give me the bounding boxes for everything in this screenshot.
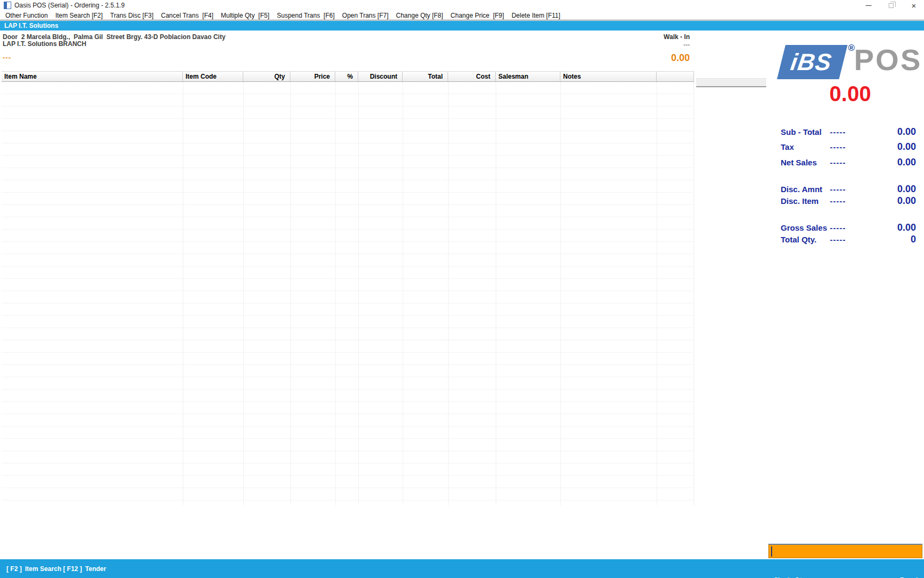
menu-item-cancel-trans-f4[interactable]: Cancel Trans [F4] — [161, 12, 213, 19]
shortcut-label: Tender — [85, 565, 106, 573]
totals-label: Gross Sales — [781, 223, 827, 232]
totals-value: 0.00 — [897, 222, 916, 233]
grid-line — [560, 82, 561, 505]
totals-dashes: ----- — [830, 158, 846, 167]
customer-sub: --- — [683, 41, 690, 49]
close-icon: × — [912, 2, 917, 10]
column-header--[interactable]: % — [335, 72, 358, 81]
totals-row-disc-item: Disc. Item-----0.00 — [781, 195, 916, 207]
totals-value: 0.00 — [897, 126, 916, 138]
order-table-header: Item NameItem CodeQtyPrice%DiscountTotal… — [2, 71, 694, 82]
totals-value: 0 — [911, 234, 916, 245]
grid-line — [183, 82, 183, 505]
totals-label: Net Sales — [781, 158, 817, 167]
grid-line — [448, 82, 449, 505]
minimize-icon — [866, 5, 872, 6]
totals-label: Disc. Item — [781, 196, 819, 206]
menu-item-delete-item-f11[interactable]: Delete Item [F11] — [512, 12, 560, 19]
minimize-button[interactable] — [860, 0, 877, 11]
title-bar: Oasis POS (Serial) - Ordering - 2.5.1.9 … — [0, 0, 924, 11]
text-cursor — [771, 546, 772, 557]
logo-ibs-text: iBS — [789, 49, 836, 75]
qty-mode-indicator[interactable]: Single Qty [ F5 ] — [774, 561, 805, 578]
ibs-pos-logo: iBS ® POS — [778, 45, 922, 80]
column-header-item-name[interactable]: Item Name — [2, 72, 183, 81]
customer-type: Walk - In — [664, 33, 690, 41]
column-header-notes[interactable]: Notes — [560, 72, 657, 81]
store-name: LAP I.T. Solutions — [4, 22, 58, 29]
totals-row-total-qty: Total Qty.-----0 — [781, 234, 916, 246]
totals-label: Total Qty. — [781, 235, 817, 244]
menu-item-multiple-qty-f5[interactable]: Multiple Qty [F5] — [221, 12, 270, 19]
menu-item-trans-disc-f3[interactable]: Trans Disc [F3] — [110, 12, 153, 19]
totals-label: Disc. Amnt — [781, 185, 822, 194]
totals-dashes: ----- — [830, 142, 846, 151]
shortcut-key: [ F2 ] — [6, 565, 22, 573]
transaction-total: 0.00 — [671, 52, 690, 64]
column-header-total[interactable]: Total — [403, 72, 448, 81]
grid-line — [335, 82, 336, 505]
panel-divider — [696, 78, 766, 87]
order-table-body[interactable] — [2, 82, 694, 505]
column-header-salesman[interactable]: Salesman — [496, 72, 560, 81]
grid-line — [403, 82, 403, 505]
totals-dashes: ----- — [830, 223, 846, 232]
menu-item-suspend-trans-f6[interactable]: Suspend Trans [F6] — [277, 12, 335, 19]
totals-dashes: ----- — [830, 185, 846, 194]
grid-line — [290, 82, 291, 505]
grid-line — [496, 82, 496, 505]
logo-parallelogram: iBS — [777, 45, 848, 79]
store-address-line2: LAP I.T. Solutions BRANCH — [3, 40, 86, 48]
menu-item-item-search-f2[interactable]: Item Search [F2] — [55, 12, 103, 19]
totals-panel: Sub - Total-----0.00Tax-----0.00Net Sale… — [781, 126, 916, 249]
window-title: Oasis POS (Serial) - Ordering - 2.5.1.9 — [14, 2, 125, 9]
totals-row-tax: Tax-----0.00 — [781, 141, 916, 153]
totals-row-disc-amnt: Disc. Amnt-----0.00 — [781, 184, 916, 195]
totals-row-net-sales: Net Sales-----0.00 — [781, 157, 916, 169]
column-header-blank[interactable] — [657, 72, 694, 81]
totals-dashes: ----- — [830, 127, 846, 136]
session-info: Rangie 08/16/2024 - 9:43:47 AM — [846, 561, 921, 578]
column-header-qty[interactable]: Qty — [243, 72, 290, 81]
menu-item-change-qty-f8[interactable]: Change Qty [F8] — [396, 12, 443, 19]
close-button[interactable]: × — [905, 0, 922, 11]
totals-value: 0.00 — [897, 195, 916, 207]
shortcut-tender[interactable]: [ F12 ] Tender — [63, 559, 106, 578]
store-band: LAP I.T. Solutions — [0, 21, 924, 31]
grid-line — [243, 82, 244, 505]
menu-item-change-price-f9[interactable]: Change Price [F9] — [451, 12, 504, 19]
app-icon — [4, 2, 11, 9]
totals-dashes: ----- — [830, 235, 846, 244]
transaction-code: --- — [3, 54, 11, 62]
totals-label: Sub - Total — [781, 127, 821, 136]
order-table: Item NameItem CodeQtyPrice%DiscountTotal… — [2, 71, 694, 505]
column-header-discount[interactable]: Discount — [358, 72, 403, 81]
totals-dashes: ----- — [830, 196, 846, 206]
status-bar: [ F2 ] Item Search [ F12 ] Tender Single… — [0, 559, 924, 578]
store-address-line1: Door 2 Marcela Bldg., Palma Gil Street B… — [3, 33, 226, 41]
grid-line — [358, 82, 359, 505]
shortcut-key: [ F12 ] — [63, 565, 82, 573]
menu-bar: Other FunctionItem Search [F2]Trans Disc… — [0, 11, 924, 20]
logo-pos-text: POS — [854, 43, 922, 77]
pos-window: Oasis POS (Serial) - Ordering - 2.5.1.9 … — [0, 0, 924, 578]
display-total: 0.00 — [778, 83, 922, 104]
totals-label: Tax — [781, 142, 794, 151]
grid-line — [657, 82, 657, 505]
totals-value: 0.00 — [897, 184, 916, 195]
column-header-cost[interactable]: Cost — [448, 72, 496, 81]
menu-item-other-function[interactable]: Other Function — [5, 12, 48, 19]
entry-input[interactable] — [768, 544, 922, 558]
totals-row-sub-total: Sub - Total-----0.00 — [781, 126, 916, 138]
restore-icon — [889, 3, 894, 8]
shortcut-item-search[interactable]: [ F2 ] Item Search — [6, 559, 61, 578]
totals-row-gross-sales: Gross Sales-----0.00 — [781, 222, 916, 234]
totals-value: 0.00 — [897, 157, 916, 168]
column-header-price[interactable]: Price — [290, 72, 335, 81]
menu-item-open-trans-f7[interactable]: Open Trans [F7] — [342, 12, 389, 19]
shortcut-label: Item Search — [25, 565, 61, 573]
column-header-item-code[interactable]: Item Code — [183, 72, 243, 81]
totals-value: 0.00 — [897, 141, 916, 153]
restore-button[interactable] — [882, 0, 899, 11]
